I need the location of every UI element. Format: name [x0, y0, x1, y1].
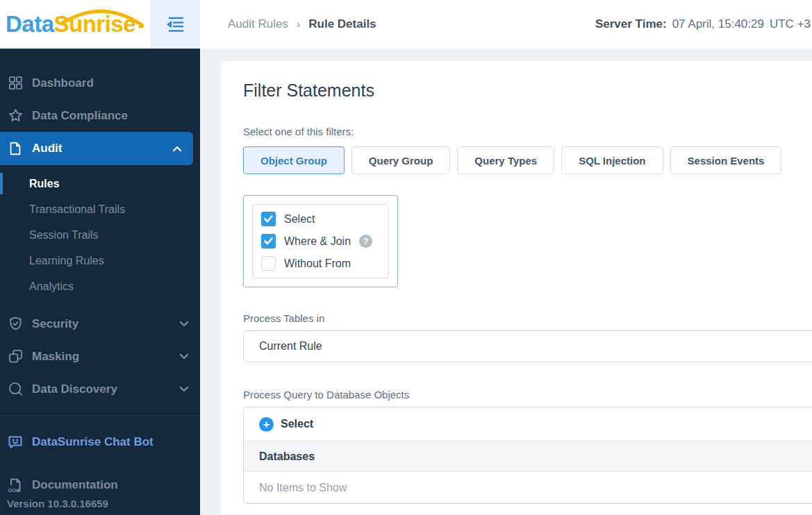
doc-file-icon: DOC: [7, 477, 24, 493]
sidebar-item-masking[interactable]: Masking: [0, 340, 200, 373]
checkbox-row-where-join: Where & Join ?: [261, 234, 380, 248]
datasunrise-logo[interactable]: DataSunrise: [0, 0, 150, 49]
tab-query-group[interactable]: Query Group: [351, 146, 451, 174]
breadcrumb-rule-details: Rule Details: [308, 17, 376, 31]
sidebar: Dashboard Data Compliance Audit: [0, 49, 200, 515]
sidebar-subitem-rules[interactable]: Rules: [0, 171, 200, 196]
chevron-down-icon: [179, 386, 189, 392]
statement-types-group: Select Where & Join ? Without From: [243, 195, 398, 287]
sidebar-collapse-button[interactable]: [150, 0, 200, 49]
breadcrumb-separator-icon: ›: [297, 18, 300, 31]
chevron-down-icon: [179, 321, 189, 327]
shield-check-icon: [7, 316, 24, 332]
logo-word-sunrise: Sunrise: [54, 11, 136, 37]
checkbox-row-select: Select: [261, 212, 380, 226]
audit-submenu: Rules Transactional Trails Session Trail…: [0, 165, 200, 307]
magnifier-icon: [7, 381, 24, 398]
where-join-checkbox[interactable]: [261, 234, 276, 248]
rule-details-card: Filter Statements Select one of this fil…: [221, 61, 812, 515]
sidebar-item-label: Security: [32, 317, 78, 331]
dashboard-grid-icon: [7, 75, 24, 92]
help-icon[interactable]: ?: [359, 235, 372, 248]
server-time: Server Time: 07 April, 15:40:29 UTC +3: [595, 17, 812, 31]
tab-sql-injection[interactable]: SQL Injection: [561, 146, 663, 174]
sidebar-subitem-analytics[interactable]: Analytics: [0, 273, 200, 299]
version-label: Version 10.3.0.16659: [7, 498, 108, 509]
sidebar-item-label: Data Discovery: [32, 382, 117, 396]
filter-tabs: Object Group Query Group Query Types SQL…: [243, 146, 812, 174]
checkbox-row-without-from: Without From: [261, 256, 380, 271]
sidebar-subitem-session-trails[interactable]: Session Trails: [0, 222, 200, 248]
without-from-checkbox[interactable]: [261, 256, 276, 271]
sidebar-item-security[interactable]: Security: [0, 307, 200, 340]
breadcrumb-audit-rules[interactable]: Audit Rules: [228, 17, 288, 31]
tab-query-types[interactable]: Query Types: [457, 146, 554, 174]
document-icon: [7, 140, 24, 157]
database-objects-panel: + Select Databases No Items to Show: [243, 407, 812, 504]
sidebar-divider: [0, 415, 200, 416]
databases-header-label: Databases: [259, 450, 315, 463]
sidebar-item-label: Masking: [32, 350, 79, 364]
chevron-up-icon: [172, 146, 182, 152]
process-tables-select[interactable]: Current Rule: [243, 330, 812, 362]
masking-squares-icon: [7, 348, 24, 365]
sidebar-item-label: Data Compliance: [32, 109, 128, 123]
server-time-zone: UTC +3: [770, 17, 811, 31]
statement-types-list: Select Where & Join ? Without From: [252, 204, 389, 278]
select-checkbox[interactable]: [261, 212, 276, 226]
sidebar-item-label: Documentation: [32, 478, 118, 492]
logo-word-data: Data: [6, 11, 54, 37]
sidebar-item-label: DataSunrise Chat Bot: [32, 435, 154, 449]
process-tables-label: Process Tables in: [243, 312, 812, 324]
process-tables-value: Current Rule: [259, 340, 322, 353]
add-objects-select-button[interactable]: + Select: [244, 407, 812, 441]
sidebar-item-label: Dashboard: [32, 76, 94, 90]
sidebar-item-documentation[interactable]: DOC Documentation: [0, 468, 200, 501]
sidebar-item-dashboard[interactable]: Dashboard: [0, 67, 200, 99]
star-icon: [7, 108, 24, 124]
server-time-label: Server Time:: [595, 17, 667, 31]
checkbox-label: Without From: [284, 258, 351, 270]
checkbox-label: Where & Join: [284, 235, 351, 248]
breadcrumb: Audit Rules › Rule Details: [228, 17, 376, 31]
checkbox-label: Select: [284, 213, 315, 226]
sidebar-item-chat-bot[interactable]: DataSunrise Chat Bot: [0, 425, 200, 459]
sidebar-item-data-discovery[interactable]: Data Discovery: [0, 373, 200, 405]
databases-column-header: Databases: [244, 441, 812, 472]
svg-text:DOC: DOC: [8, 487, 20, 493]
sidebar-item-label: Audit: [32, 142, 62, 155]
sidebar-subitem-label: Transactional Trails: [29, 203, 125, 216]
sidebar-subitem-label: Session Trails: [29, 229, 99, 242]
sidebar-subitem-learning-rules[interactable]: Learning Rules: [0, 248, 200, 273]
sidebar-subitem-label: Rules: [29, 178, 60, 190]
tab-object-group[interactable]: Object Group: [243, 146, 345, 174]
empty-state-row: No Items to Show: [244, 472, 812, 503]
plus-circle-icon: +: [259, 417, 274, 432]
sidebar-item-data-compliance[interactable]: Data Compliance: [0, 99, 200, 132]
sidebar-subitem-label: Analytics: [29, 280, 74, 293]
filters-label: Select one of this filters:: [243, 126, 812, 137]
chevron-down-icon: [179, 353, 189, 360]
sidebar-subitem-transactional-trails[interactable]: Transactional Trails: [0, 196, 200, 222]
page-title: Filter Statements: [243, 81, 812, 101]
sidebar-subitem-label: Learning Rules: [29, 255, 104, 267]
server-time-value: 07 April, 15:40:29: [672, 17, 764, 31]
sidebar-item-audit[interactable]: Audit: [0, 132, 193, 165]
collapse-sidebar-icon: [163, 14, 187, 35]
empty-state-label: No Items to Show: [259, 482, 347, 494]
top-bar: DataSunrise Audit Rules › Rule Details S…: [0, 0, 812, 49]
select-button-label: Select: [281, 418, 313, 430]
process-query-label: Process Query to Database Objects: [243, 389, 812, 400]
chat-bot-icon: [7, 434, 24, 450]
tab-session-events[interactable]: Session Events: [670, 146, 782, 174]
